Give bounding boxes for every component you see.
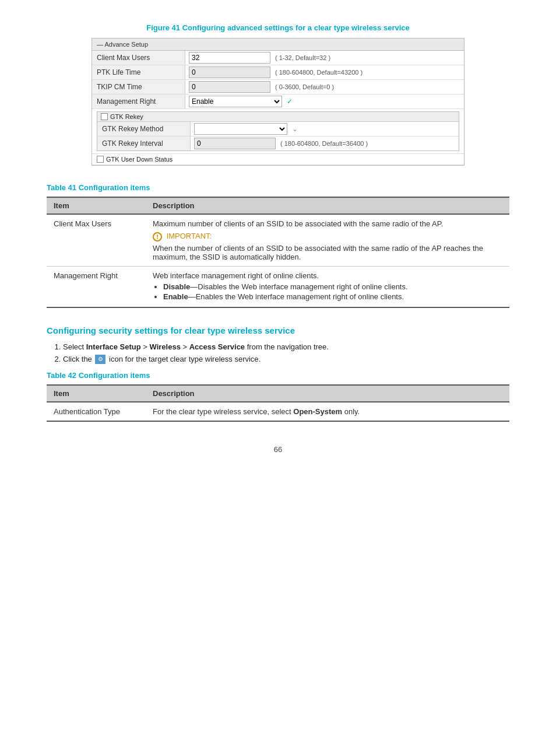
list-item: Enable—Enables the Web interface managem…	[163, 292, 502, 301]
management-right-row: Management Right Enable Disable ✓	[92, 94, 464, 109]
gtk-rekey-section: GTK Rekey GTK Rekey Method ⌄ GTK Rekey I…	[92, 109, 464, 154]
gtk-rekey-label-text: GTK Rekey	[110, 113, 143, 120]
list-item: Select Interface Setup > Wireless > Acce…	[63, 342, 509, 351]
list-item: Click the ⚙ icon for the target clear ty…	[63, 355, 509, 365]
gtk-rekey-interval-label: GTK Rekey Interval	[97, 136, 191, 150]
table42-header-item: Item	[47, 385, 146, 402]
gtk-rekey-method-input-area: ⌄	[191, 122, 459, 136]
tkip-cm-time-hint: ( 0-3600, Default=0 )	[275, 83, 334, 90]
table-row: Management Right Web interface managemen…	[47, 266, 509, 307]
gtk-rekey-interval-input-area: ( 180-604800, Default=36400 )	[191, 136, 459, 150]
section-heading: Configuring security settings for clear …	[47, 326, 509, 335]
management-right-select[interactable]: Enable Disable	[189, 96, 282, 107]
table41-item-mgmt: Management Right	[47, 266, 146, 307]
ptk-life-time-hint: ( 180-604800, Default=43200 )	[275, 69, 363, 76]
important-block: ! IMPORTANT:	[153, 232, 502, 242]
gtk-rekey-box: GTK Rekey GTK Rekey Method ⌄ GTK Rekey I…	[97, 111, 459, 151]
table42: Item Description Authentication Type For…	[47, 384, 509, 422]
page: Figure 41 Configuring advanced settings …	[0, 0, 556, 489]
gtk-rekey-method-select[interactable]	[194, 123, 287, 135]
client-max-users-input[interactable]	[189, 52, 270, 64]
client-max-users-row: Client Max Users ( 1-32, Default=32 )	[92, 51, 464, 65]
figure41-title: Figure 41 Configuring advanced settings …	[47, 23, 509, 32]
ptk-life-time-label: PTK Life Time	[92, 65, 185, 79]
table42-title: Table 42 Configuration items	[47, 371, 509, 380]
gtk-rekey-interval-hint: ( 180-604800, Default=36400 )	[280, 140, 368, 147]
gtk-user-down-row: GTK User Down Status	[92, 154, 464, 165]
step1-access-service: Access Service	[189, 342, 245, 351]
ui-mockup: — Advance Setup Client Max Users ( 1-32,…	[92, 38, 464, 166]
gtk-rekey-header: GTK Rekey	[97, 112, 459, 122]
table42-header-desc: Description	[146, 385, 509, 402]
table41-desc-client: Maximum number of clients of an SSID to …	[146, 214, 509, 266]
table42-item-auth: Authentication Type	[47, 402, 146, 421]
table41-item-client: Client Max Users	[47, 214, 146, 266]
table41-header-item: Item	[47, 197, 146, 214]
gtk-user-down-label: GTK User Down Status	[106, 156, 173, 163]
mgmt-bullet-list: Disable—Disables the Web interface manag…	[153, 282, 502, 301]
steps-list: Select Interface Setup > Wireless > Acce…	[47, 342, 509, 365]
client-desc-2: When the number of clients of an SSID to…	[153, 244, 502, 261]
gtk-rekey-checkbox[interactable]	[101, 113, 108, 120]
tkip-cm-time-row: TKIP CM Time ( 0-3600, Default=0 )	[92, 80, 464, 94]
mgmt-desc-1: Web interface management right of online…	[153, 271, 502, 280]
client-desc-1: Maximum number of clients of an SSID to …	[153, 219, 502, 228]
management-right-label: Management Right	[92, 94, 185, 108]
gtk-rekey-method-row: GTK Rekey Method ⌄	[97, 122, 459, 136]
tkip-cm-time-label: TKIP CM Time	[92, 80, 185, 94]
ptk-life-time-input-area: ( 180-604800, Default=43200 )	[185, 65, 464, 79]
management-right-input-area: Enable Disable ✓	[185, 94, 464, 108]
settings-icon: ⚙	[95, 355, 105, 364]
step1-interface-setup: Interface Setup	[86, 342, 141, 351]
table41: Item Description Client Max Users Maximu…	[47, 197, 509, 308]
list-item: Disable—Disables the Web interface manag…	[163, 282, 502, 291]
table41-header-desc: Description	[146, 197, 509, 214]
disable-bold: Disable	[163, 282, 190, 291]
client-max-users-input-area: ( 1-32, Default=32 )	[185, 51, 464, 65]
gtk-rekey-interval-input[interactable]	[194, 138, 276, 149]
table41-desc-mgmt: Web interface management right of online…	[146, 266, 509, 307]
table-row: Client Max Users Maximum number of clien…	[47, 214, 509, 266]
step1-wireless: Wireless	[150, 342, 181, 351]
gtk-rekey-method-label: GTK Rekey Method	[97, 122, 191, 136]
open-system-bold: Open-System	[293, 407, 342, 416]
ptk-life-time-row: PTK Life Time ( 180-604800, Default=4320…	[92, 65, 464, 80]
gtk-rekey-interval-row: GTK Rekey Interval ( 180-604800, Default…	[97, 136, 459, 150]
client-max-users-label: Client Max Users	[92, 51, 185, 65]
tkip-cm-time-input-area: ( 0-3600, Default=0 )	[185, 80, 464, 94]
mockup-header: — Advance Setup	[92, 38, 464, 51]
tkip-cm-time-input[interactable]	[189, 81, 270, 93]
enable-bold: Enable	[163, 292, 188, 301]
table42-desc-auth: For the clear type wireless service, sel…	[146, 402, 509, 421]
table41-title: Table 41 Configuration items	[47, 183, 509, 192]
ptk-life-time-input[interactable]	[189, 66, 270, 78]
page-number: 66	[47, 445, 509, 454]
important-label: IMPORTANT:	[167, 232, 212, 240]
gtk-user-down-checkbox[interactable]	[97, 156, 104, 163]
table-row: Authentication Type For the clear type w…	[47, 402, 509, 421]
important-icon: !	[153, 232, 162, 242]
client-max-users-hint: ( 1-32, Default=32 )	[275, 54, 330, 61]
